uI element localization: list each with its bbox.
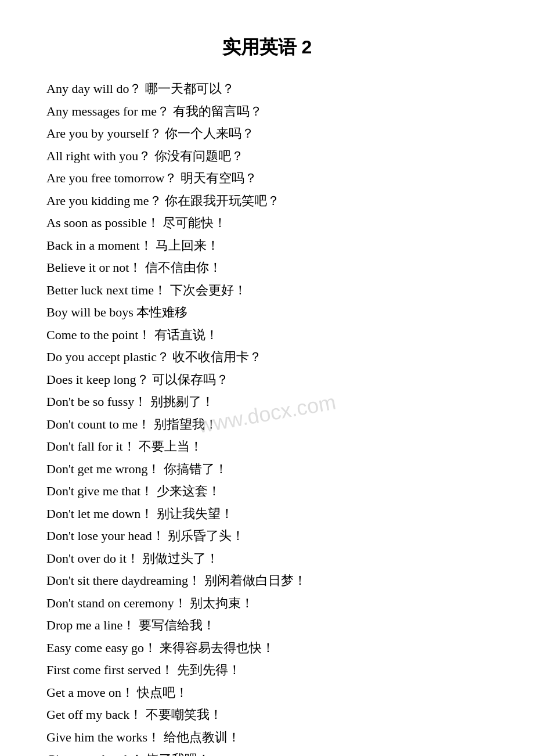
list-item: Back in a moment！ 马上回来！	[46, 235, 488, 257]
list-item: Are you by yourself？ 你一个人来吗？	[46, 123, 488, 145]
list-item: Easy come easy go！ 来得容易去得也快！	[46, 637, 488, 660]
list-item: Give me a break！ 饶了我吧！	[46, 748, 488, 756]
list-item: Are you free tomorrow？ 明天有空吗？	[46, 167, 488, 190]
list-item: First come first served！ 先到先得！	[46, 659, 488, 682]
list-item: Any messages for me？ 有我的留言吗？	[46, 100, 488, 123]
list-item: Don't stand on ceremony！ 别太拘束！	[46, 592, 488, 615]
list-item: Don't fall for it！ 不要上当！	[46, 435, 488, 458]
list-item: Come to the point！ 有话直说！	[46, 324, 488, 347]
list-item: Don't get me wrong！ 你搞错了！	[46, 458, 488, 481]
list-item: Don't sit there daydreaming！ 别闲着做白日梦！	[46, 570, 488, 592]
list-item: Does it keep long？ 可以保存吗？	[46, 369, 488, 391]
list-item: Don't give me that！ 少来这套！	[46, 480, 488, 503]
list-item: All right with you？ 你没有问题吧？	[46, 145, 488, 168]
list-item: Don't let me down！ 别让我失望！	[46, 503, 488, 525]
list-item: Are you kidding me？ 你在跟我开玩笑吧？	[46, 190, 488, 213]
list-item: Don't count to me！ 别指望我！	[46, 413, 488, 436]
list-item: Don't be so fussy！ 别挑剔了！	[46, 391, 488, 413]
list-item: Don't lose your head！ 别乐昏了头！	[46, 525, 488, 548]
list-item: As soon as possible！ 尽可能快！	[46, 212, 488, 235]
list-item: Give him the works！ 给他点教训！	[46, 726, 488, 749]
list-item: Drop me a line！ 要写信给我！	[46, 614, 488, 637]
list-item: Boy will be boys 本性难移	[46, 301, 488, 324]
phrase-list: Any day will do？ 哪一天都可以？Any messages for…	[46, 78, 488, 756]
list-item: Get off my back！ 不要嘲笑我！	[46, 704, 488, 726]
list-item: Do you accept plastic？ 收不收信用卡？	[46, 346, 488, 369]
list-item: Don't over do it！ 别做过头了！	[46, 548, 488, 570]
list-item: Any day will do？ 哪一天都可以？	[46, 78, 488, 100]
list-item: Better luck next time！ 下次会更好！	[46, 279, 488, 302]
list-item: Believe it or not！ 信不信由你！	[46, 257, 488, 279]
list-item: Get a move on！ 快点吧！	[46, 682, 488, 704]
page-title: 实用英语 2	[46, 35, 488, 60]
